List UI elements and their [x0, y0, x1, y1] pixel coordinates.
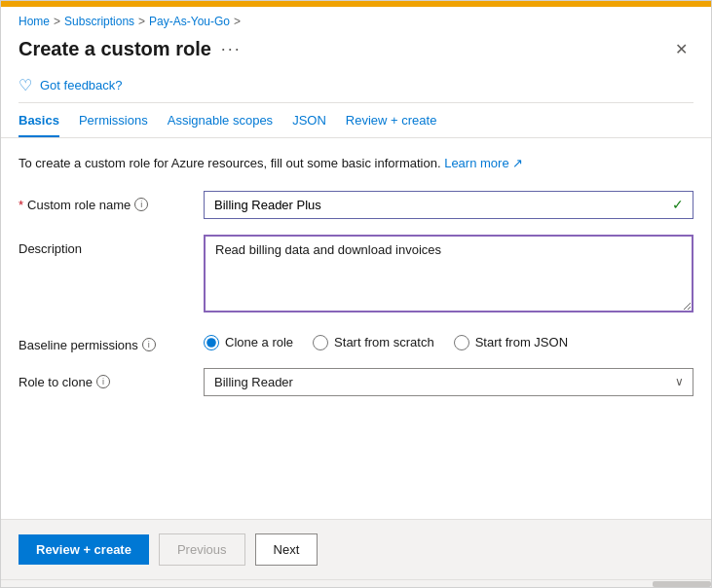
- tab-review-create[interactable]: Review + create: [346, 113, 437, 137]
- scrollbar-area: [1, 579, 711, 587]
- tab-assignable-scopes[interactable]: Assignable scopes: [168, 113, 273, 137]
- feedback-icon: ♡: [19, 76, 32, 94]
- radio-scratch-label: Start from scratch: [334, 335, 434, 349]
- feedback-section: ♡ Got feedback?: [1, 70, 711, 102]
- custom-role-name-control: ✓: [204, 191, 693, 219]
- role-to-clone-row: Role to clone i Billing Reader Owner Con…: [19, 368, 693, 396]
- tab-json[interactable]: JSON: [292, 113, 326, 137]
- baseline-permissions-radio-group: Clone a role Start from scratch Start fr…: [204, 331, 693, 350]
- radio-json-label: Start from JSON: [475, 335, 568, 349]
- breadcrumb-subscriptions[interactable]: Subscriptions: [64, 15, 134, 28]
- role-to-clone-select[interactable]: Billing Reader Owner Contributor Reader: [204, 368, 693, 396]
- learn-more-link[interactable]: Learn more ↗: [444, 156, 523, 170]
- form-content: To create a custom role for Azure resour…: [1, 138, 711, 519]
- tab-permissions[interactable]: Permissions: [79, 113, 148, 137]
- radio-scratch[interactable]: Start from scratch: [313, 335, 434, 350]
- breadcrumb-sep2: >: [138, 15, 145, 28]
- custom-role-name-input[interactable]: [204, 191, 693, 219]
- custom-role-name-input-wrapper: ✓: [204, 191, 693, 219]
- previous-button: Previous: [159, 533, 245, 566]
- header: Create a custom role ··· ✕: [1, 32, 711, 70]
- more-options-button[interactable]: ···: [221, 39, 242, 59]
- description-label: Description: [19, 235, 204, 256]
- baseline-permissions-info-icon[interactable]: i: [142, 338, 156, 351]
- role-to-clone-info-icon[interactable]: i: [96, 375, 110, 388]
- review-create-button[interactable]: Review + create: [19, 534, 149, 565]
- breadcrumb: Home > Subscriptions > Pay-As-You-Go >: [1, 7, 711, 32]
- radio-clone-role-label: Clone a role: [225, 335, 293, 349]
- main-window: Home > Subscriptions > Pay-As-You-Go > C…: [0, 0, 712, 588]
- required-indicator: *: [19, 198, 23, 212]
- baseline-permissions-control: Clone a role Start from scratch Start fr…: [204, 331, 693, 350]
- baseline-permissions-label: Baseline permissions i: [19, 331, 204, 352]
- breadcrumb-payg[interactable]: Pay-As-You-Go: [149, 15, 230, 28]
- breadcrumb-sep3: >: [234, 15, 241, 28]
- radio-clone-role-input[interactable]: [204, 335, 219, 350]
- scrollbar-thumb[interactable]: [653, 581, 711, 587]
- feedback-link[interactable]: Got feedback?: [40, 78, 123, 92]
- baseline-permissions-row: Baseline permissions i Clone a role Star…: [19, 331, 693, 352]
- radio-json[interactable]: Start from JSON: [454, 335, 568, 350]
- custom-role-name-info-icon[interactable]: i: [134, 198, 148, 211]
- tabs-bar: Basics Permissions Assignable scopes JSO…: [1, 103, 711, 137]
- custom-role-name-row: * Custom role name i ✓: [19, 191, 693, 219]
- breadcrumb-home[interactable]: Home: [19, 15, 50, 28]
- custom-role-name-label: * Custom role name i: [19, 191, 204, 212]
- info-text: To create a custom role for Azure resour…: [19, 154, 693, 173]
- page-title: Create a custom role: [19, 38, 211, 60]
- radio-clone-role[interactable]: Clone a role: [204, 335, 293, 350]
- next-button[interactable]: Next: [255, 533, 319, 566]
- description-row: Description Read billing data and downlo…: [19, 235, 693, 315]
- header-left: Create a custom role ···: [19, 38, 242, 60]
- breadcrumb-sep1: >: [54, 15, 60, 28]
- radio-scratch-input[interactable]: [313, 335, 328, 350]
- description-input[interactable]: Read billing data and download invoices: [204, 235, 693, 312]
- role-to-clone-label: Role to clone i: [19, 368, 204, 389]
- tab-basics[interactable]: Basics: [19, 113, 59, 137]
- close-button[interactable]: ✕: [669, 38, 693, 60]
- description-control: Read billing data and download invoices: [204, 235, 693, 315]
- valid-check-icon: ✓: [672, 197, 684, 212]
- role-to-clone-wrapper: Billing Reader Owner Contributor Reader …: [204, 368, 693, 396]
- footer: Review + create Previous Next: [1, 519, 711, 579]
- radio-json-input[interactable]: [454, 335, 469, 350]
